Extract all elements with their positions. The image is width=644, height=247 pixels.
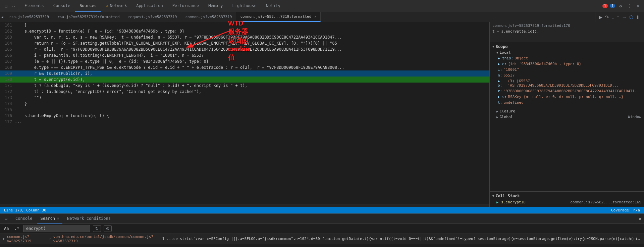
scope-item: r:"97F8DD009068F1938E79A6A88082BD5C90CE8… [490, 88, 644, 94]
scope-item: t:undefined [490, 100, 644, 105]
clear-search-button[interactable]: ⊘ [104, 225, 112, 232]
tab-console[interactable]: Console [49, 0, 75, 12]
call-stack-header[interactable]: Call Stack [490, 193, 644, 199]
closure-scope-group: Closure [490, 108, 644, 114]
bottom-tab-search[interactable]: Search ✕ [37, 214, 62, 224]
tab-netify[interactable]: Netify [261, 0, 285, 12]
bottom-panel-icon[interactable]: ⊞ [3, 216, 9, 221]
tab-lighthouse[interactable]: Lighthouse [227, 0, 261, 12]
result-expand-icon[interactable]: ▶ [3, 237, 5, 241]
debug-deactivate-icon[interactable]: ⬡ [629, 14, 634, 20]
local-scope-header[interactable]: Local [490, 50, 644, 55]
call-stack-section: Call Stack ▶ s.encryptID common.js?v=582… [490, 191, 644, 207]
more-icon[interactable]: ⋮ [626, 3, 633, 9]
code-line-172[interactable]: 172 t) : (a.debug(u, "encryptID() error"… [0, 89, 489, 95]
debug-controls: ▶ ↷ ↓ ↑ → ⬡ ⏸ [595, 12, 644, 22]
code-line-170[interactable]: 170 t = s.encrypt(e.id)), [0, 77, 489, 83]
scope-divider [490, 107, 644, 107]
call-stack-file-ref: common.js?v=582....formatted:169 [570, 200, 641, 204]
scope-item: n:65537 [490, 72, 644, 78]
debug-pause-icon[interactable]: ⏸ [635, 14, 641, 20]
bottom-tabs: ⊞ Console Search ✕ Network conditions ✕ [0, 214, 644, 224]
result-line-text: 1 ...se strict";var c=SFConfig||{},a=SFL… [162, 237, 641, 241]
code-lines-container: 161 }162 s.encryptID = function(e) { e =… [0, 22, 489, 125]
case-sensitive-toggle[interactable]: Aa [3, 226, 10, 232]
code-line-174[interactable]: 174 } [0, 101, 489, 107]
bottom-tab-network-conditions[interactable]: Network conditions [64, 214, 114, 224]
close-tab-icon[interactable]: ✕ [314, 15, 316, 18]
tab-elements[interactable]: Elements [20, 0, 49, 12]
scope-item[interactable]: ▶ s:RSAKey {n: null, e: 0, d: null, p: n… [490, 94, 644, 100]
code-line-162[interactable]: 162 s.encryptID = function(e) { e = {id:… [0, 28, 489, 34]
scope-item[interactable]: ▶ e:{id: '98343806af47469b', type: 0} [490, 61, 644, 67]
horizontal-scrollbar[interactable] [0, 204, 489, 207]
right-panel: common.js?v=582537319:formatted:170 t = … [490, 22, 644, 207]
scope-items-container: ▶ this:Object▶ e:{id: '98343806af47469b'… [490, 55, 644, 105]
code-line-171[interactable]: 171 t ? (a.debug(u, "key is " + (is.empt… [0, 83, 489, 89]
close-devtools-icon[interactable]: ✕ [635, 3, 641, 9]
file-tab-arrows: ◀ [0, 12, 5, 22]
code-line-176[interactable]: 176 s.handleEmptyObj = function(e, t) { [0, 113, 489, 119]
call-stack-active-icon: ▶ [496, 200, 498, 204]
file-tabs-bar: ◀ rsa.js?v=582537319 rsa.js?v=582537319:… [0, 12, 644, 22]
file-tab-rsa2[interactable]: rsa.js?v=582537319:formatted [53, 12, 124, 22]
code-line-165[interactable]: 165 r = o[1], r = "97F8DD009068F1938E79A… [0, 46, 489, 52]
tab-sources[interactable]: Sources [75, 0, 101, 12]
tab-bar: Elements Console Sources ⚠Network Applic… [20, 0, 285, 12]
bottom-tab-console[interactable]: Console [12, 214, 36, 224]
device-icon[interactable]: ▭ [10, 3, 17, 9]
code-line-161[interactable]: 161 } [0, 22, 489, 28]
debug-play-icon[interactable]: ▶ [598, 14, 603, 20]
global-scope-header[interactable]: Global Window [490, 114, 644, 120]
debug-step-in-icon[interactable]: ↓ [611, 14, 615, 20]
settings-icon[interactable]: ⚙ [617, 3, 624, 9]
tab-performance[interactable]: Performance [168, 0, 204, 12]
call-stack-item[interactable]: ▶ s.encryptID common.js?v=582....formatt… [490, 199, 644, 205]
scope-item[interactable]: ▶ o:(3) [65537, 'A5F7929734936685A7ED399… [490, 78, 644, 88]
error-badge: 1 [602, 4, 608, 8]
search-input[interactable] [23, 225, 90, 232]
coverage-status: Coverage: n/a [611, 208, 640, 212]
code-line-168[interactable]: 168 e.type === c.ENCRYPT_TYPE_PSW && e.e… [0, 64, 489, 70]
code-line-175[interactable]: 175 [0, 107, 489, 113]
file-separator: › [49, 237, 51, 241]
code-panel: 161 }162 s.encryptID = function(e) { e =… [0, 22, 490, 207]
bottom-content: Aa .* ↻ ⊘ [0, 224, 644, 234]
footer-result-bar: ▶ common.js?v=582537319 › vpn.hhu.edu.cn… [0, 234, 644, 244]
file-tab-common1[interactable]: common.js?v=582537319 [181, 12, 236, 22]
code-line-163[interactable]: 163 var t, n, r, i, o, s = new RSAKey; t… [0, 34, 489, 40]
breadcrumb-line2: t = s.encrypt(e.id)), [492, 29, 641, 34]
tab-memory[interactable]: Memory [204, 0, 227, 12]
result-file1-link[interactable]: common.js?v=582537319 [7, 235, 47, 243]
scope-item: i:"10001" [490, 67, 644, 72]
file-tab-common2[interactable]: common.js?v=582...7319:formatted ✕ [236, 12, 321, 22]
code-line-166[interactable]: 166 i = parseInt(n, 0).toString(c.ENCRYP… [0, 52, 489, 58]
close-bottom-panel[interactable]: ✕ [639, 216, 641, 221]
scope-header[interactable]: Scope [490, 44, 644, 50]
code-line-167[interactable]: 167 (e = e || {}).type = e.type || 0, e … [0, 58, 489, 64]
debug-step-icon[interactable]: → [621, 14, 627, 20]
file-tab-request[interactable]: request.js?v=582537319 [124, 12, 181, 22]
tab-application[interactable]: Application [131, 0, 167, 12]
debug-step-out-icon[interactable]: ↑ [616, 14, 620, 20]
right-panel-breadcrumb: common.js?v=582537319:formatted:170 t = … [490, 22, 644, 42]
code-line-164[interactable]: 164 return n = (o = SF.setting.getGlobal… [0, 40, 489, 46]
bottom-panel: ⊞ Console Search ✕ Network conditions ✕ … [0, 213, 644, 234]
code-line-169[interactable]: 169 r && (s.setPublic(r, i), [0, 70, 489, 77]
inspect-icon[interactable]: ⬚ [3, 3, 9, 9]
scope-item[interactable]: ▶ this:Object [490, 55, 644, 61]
message-badge: 1 [610, 4, 615, 8]
local-scope-group: Local ▶ this:Object▶ e:{id: '98343806af4… [490, 50, 644, 105]
debug-step-over-icon[interactable]: ↷ [604, 14, 610, 20]
code-line-177[interactable]: 177... [0, 119, 489, 125]
file-tab-rsa1[interactable]: rsa.js?v=582537319 [5, 12, 53, 22]
closure-scope-header[interactable]: Closure [490, 108, 644, 114]
close-search-tab-icon[interactable]: ✕ [57, 216, 59, 220]
result-file2-link[interactable]: vpn.hhu.edu.cn/portal/jssdk/common/commo… [53, 235, 160, 243]
code-scroll[interactable]: 161 }162 s.encryptID = function(e) { e =… [0, 22, 489, 204]
refresh-search-button[interactable]: ↻ [93, 225, 101, 232]
regex-toggle[interactable]: .* [13, 226, 20, 232]
code-line-173[interactable]: 173 "") [0, 95, 489, 101]
tab-network[interactable]: ⚠Network [101, 0, 131, 12]
main-area: 161 }162 s.encryptID = function(e) { e =… [0, 22, 644, 207]
